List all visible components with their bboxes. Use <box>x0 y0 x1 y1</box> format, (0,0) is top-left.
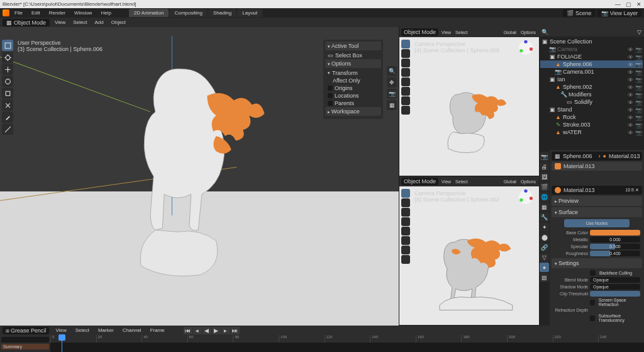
outliner-item-water[interactable]: ▲wATER👁📷 <box>540 128 643 136</box>
prop-basecolor[interactable]: Base Color <box>552 229 642 236</box>
npanel-workspace-header[interactable]: ▸ Workspace <box>325 107 381 116</box>
render-toggle[interactable]: 📷 <box>635 54 641 60</box>
tl-view[interactable]: View <box>53 327 69 333</box>
outliner-item-rock[interactable]: ▲Rock👁📷 <box>540 113 643 121</box>
vp-tr-tool-transform[interactable] <box>401 87 410 96</box>
outliner-item-solidify[interactable]: ▭Solidify👁📷 <box>540 98 643 106</box>
tab-shading[interactable]: Shading <box>208 9 236 17</box>
vp-tr-tool-measure[interactable] <box>401 106 410 115</box>
prop-sss[interactable]: Subsurface Translucency <box>552 313 642 323</box>
prop-metallic[interactable]: Metallic0.000 <box>552 236 642 243</box>
render-toggle[interactable]: 📷 <box>635 99 641 105</box>
outliner-item-camera-001[interactable]: 📷Camera.001👁📷 <box>540 68 643 76</box>
header-object[interactable]: Object <box>109 20 128 25</box>
prop-refraction-depth[interactable]: Refraction Depth <box>552 307 642 313</box>
scene-selector[interactable]: 🎬 Scene <box>563 9 596 17</box>
maximize-button[interactable]: ▢ <box>626 1 631 8</box>
vp-tr-gizmo[interactable] <box>518 40 534 56</box>
tab-compositing[interactable]: Compositing <box>169 9 207 17</box>
render-toggle[interactable]: 📷 <box>635 107 641 113</box>
vp-tr-select[interactable]: Select <box>454 30 469 35</box>
vp-tr-mode[interactable]: Object Mode <box>401 28 438 36</box>
material-slot[interactable]: Material.013 <box>552 162 642 171</box>
play-button[interactable]: ▶ <box>212 327 221 334</box>
vp-br-tool-scale[interactable] <box>401 227 410 236</box>
tool-move[interactable] <box>2 64 13 75</box>
menu-window[interactable]: Window <box>70 9 96 16</box>
npanel-options-header[interactable]: ▾ Options <box>325 59 381 68</box>
tab-2d-animation[interactable]: 2D Animation <box>129 9 169 17</box>
vp-tr-tool-move[interactable] <box>401 59 410 67</box>
vp-br-gizmo[interactable] <box>518 189 534 205</box>
tab-layout[interactable]: Layout <box>237 9 262 17</box>
camera-view-button[interactable]: 📷 <box>387 89 397 99</box>
vp-br-options[interactable]: Options <box>519 179 537 184</box>
visibility-toggle[interactable]: 👁 <box>628 84 633 90</box>
vp-br-tool-move[interactable] <box>401 208 410 217</box>
vp-tr-global[interactable]: Global <box>502 30 518 35</box>
vp-br-tool-transform[interactable] <box>401 236 410 245</box>
render-toggle[interactable]: 📷 <box>635 62 641 67</box>
npanel-activetool-header[interactable]: ▾ Active Tool <box>325 42 381 50</box>
prop-shadow-mode[interactable]: Shadow ModeOpaque <box>552 283 642 290</box>
menu-edit[interactable]: Edit <box>28 9 44 16</box>
proptab-render[interactable]: 📷 <box>540 152 549 161</box>
timeline-summary-row[interactable]: Summary <box>1 344 49 349</box>
visibility-toggle[interactable]: 👁 <box>628 54 633 60</box>
vp-tr-tool-annotate[interactable] <box>401 96 410 105</box>
proptab-object[interactable]: ▦ <box>540 202 549 212</box>
vp-tr-tool-rotate[interactable] <box>401 68 410 77</box>
vp-br-tool-rotate[interactable] <box>401 217 410 226</box>
outliner-scene-collection[interactable]: ▣ Scene Collection <box>540 38 643 45</box>
render-toggle[interactable]: 📷 <box>635 84 641 90</box>
vp-br-view[interactable]: View <box>440 179 452 184</box>
tl-select[interactable]: Select <box>73 327 92 333</box>
viewport-bottom-right[interactable]: Object Mode View Select Global Options C… <box>399 176 539 326</box>
timeline-playhead[interactable] <box>62 335 62 352</box>
prop-blend-mode[interactable]: Blend ModeOpaque <box>552 276 642 283</box>
use-nodes-button[interactable]: Use Nodes <box>564 219 630 227</box>
tool-measure[interactable] <box>2 123 13 135</box>
tool-transform[interactable] <box>2 99 13 111</box>
header-select[interactable]: Select <box>70 20 89 25</box>
render-toggle[interactable]: 📷 <box>635 130 641 135</box>
proptab-viewlayer[interactable]: 🖼 <box>540 172 549 181</box>
prop-roughness[interactable]: Roughness0.400 <box>552 250 642 257</box>
npanel-affect-parents[interactable]: Parents <box>325 99 381 107</box>
tool-annotate[interactable] <box>2 111 13 123</box>
proptab-material[interactable]: ● <box>540 263 549 272</box>
outliner-item-sphere-006[interactable]: ▲Sphere.006👁📷 <box>540 60 643 68</box>
visibility-toggle[interactable]: 👁 <box>628 130 633 135</box>
header-view[interactable]: View <box>52 20 68 25</box>
npanel-affect-origins[interactable]: Origins <box>325 84 381 92</box>
vp-br-mode[interactable]: Object Mode <box>401 178 438 185</box>
outliner-item-sphere-002[interactable]: ▲Sphere.002👁📷 <box>540 83 643 91</box>
pan-button[interactable]: ✥ <box>387 77 397 88</box>
tl-channel[interactable]: Channel <box>120 327 144 333</box>
outliner-item-ian[interactable]: ▣Ian👁📷 <box>540 76 643 83</box>
proptab-texture[interactable]: ▨ <box>540 273 549 282</box>
vp-tr-view[interactable]: View <box>440 30 452 35</box>
jump-start-button[interactable]: ⏮ <box>184 327 192 334</box>
minimize-button[interactable]: — <box>615 1 621 8</box>
npanel-affect-locations[interactable]: Locations <box>325 92 381 99</box>
proptab-physics[interactable]: ⬤ <box>540 232 549 242</box>
timeline-editor-type[interactable]: ⊞ Grease Pencil <box>3 327 49 334</box>
visibility-toggle[interactable]: 👁 <box>628 107 633 113</box>
visibility-toggle[interactable]: 👁 <box>628 122 633 128</box>
proptab-output[interactable]: 🖨 <box>540 162 549 171</box>
proptab-particle[interactable]: ✦ <box>540 222 549 232</box>
mode-selector[interactable]: ▦ Object Mode <box>3 19 50 26</box>
prop-surface-header[interactable]: ▾ Surface <box>552 207 642 217</box>
menu-render[interactable]: Render <box>45 9 69 16</box>
viewport-top-right[interactable]: Object Mode View Select Global Options C… <box>399 27 539 176</box>
outliner-item-foliage[interactable]: ▣FOLIAGE👁📷 <box>540 53 643 60</box>
vp-br-global[interactable]: Global <box>502 179 518 184</box>
prop-specular[interactable]: Specular0.500 <box>552 243 642 250</box>
menu-file[interactable]: File <box>11 9 26 16</box>
render-toggle[interactable]: 📷 <box>635 115 641 120</box>
vp-br-tool-select[interactable] <box>401 189 410 198</box>
menu-help[interactable]: Help <box>97 9 114 16</box>
vp-br-select[interactable]: Select <box>454 179 469 184</box>
prop-settings-header[interactable]: ▾ Settings <box>552 258 642 268</box>
